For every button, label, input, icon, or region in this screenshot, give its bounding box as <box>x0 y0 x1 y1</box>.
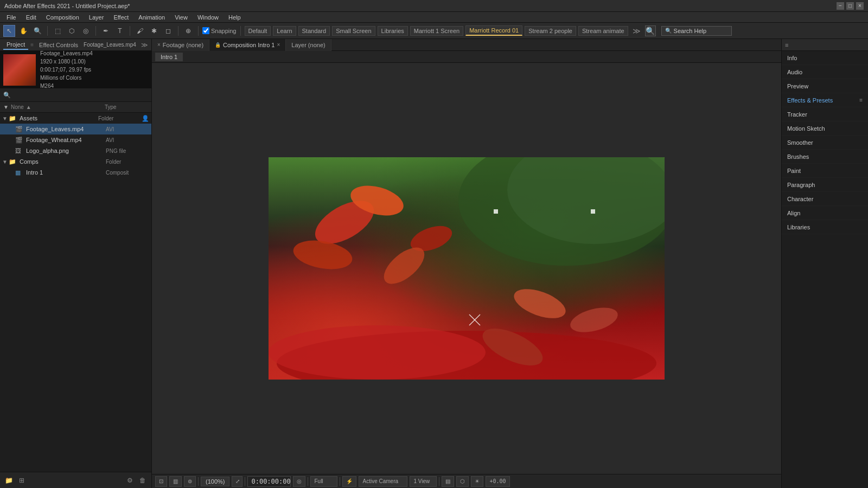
workspace-stream-animate[interactable]: Stream animate <box>578 26 628 36</box>
minimize-button[interactable]: − <box>837 2 844 10</box>
tree-item-intro1[interactable]: ▦ Intro 1 Composit <box>0 167 151 178</box>
zoom-display[interactable]: (100%) <box>201 477 229 486</box>
project-search-icon: 🔍 <box>3 92 11 99</box>
panel-item-audio[interactable]: Audio <box>782 65 868 79</box>
tab-composition-close[interactable]: × <box>277 42 280 48</box>
exposure-display[interactable]: +0.00 <box>486 476 509 487</box>
tab-footage-close[interactable]: × <box>157 42 161 48</box>
search-help-box: 🔍 <box>661 26 732 36</box>
workspace-libraries[interactable]: Libraries <box>378 26 408 36</box>
ellipse-tool[interactable]: ◎ <box>80 25 92 37</box>
tab-footage-none[interactable]: × Footage (none) <box>152 39 209 51</box>
snapping-checkbox[interactable] <box>202 27 209 34</box>
workspace-stream2[interactable]: Stream 2 people <box>525 26 576 36</box>
zoom-tool[interactable]: 🔍 <box>31 25 43 37</box>
puppet-tool[interactable]: ⊕ <box>182 25 194 37</box>
tab-composition-lock: 🔒 <box>215 42 221 48</box>
comp-subtab-row: Intro 1 <box>152 51 781 63</box>
panel-item-preview[interactable]: Preview <box>782 79 868 93</box>
region-of-interest-btn[interactable]: ⊡ <box>155 476 167 487</box>
panel-item-tracker[interactable]: Tracker <box>782 107 868 121</box>
tree-item-assets[interactable]: ▼ 📁 Assets Folder 👤 <box>0 113 151 124</box>
draft-btn[interactable]: ⬡ <box>456 476 469 487</box>
tab-project[interactable]: Project <box>3 40 28 50</box>
panel-item-align[interactable]: Align <box>782 206 868 220</box>
workspace-marriott1[interactable]: Marriott 1 Screen <box>410 26 463 36</box>
col-name-filter[interactable]: ▲ <box>26 104 31 110</box>
panel-item-character[interactable]: Character <box>782 192 868 206</box>
panel-item-libraries[interactable]: Libraries <box>782 220 868 234</box>
view-select[interactable]: 1 View <box>410 476 437 487</box>
workspace-small-screen[interactable]: Small Screen <box>332 26 375 36</box>
menu-item-view[interactable]: View <box>170 13 192 22</box>
timecode-display[interactable]: 0:00:00:00 <box>247 476 291 487</box>
text-tool[interactable]: T <box>114 25 126 37</box>
menu-item-window[interactable]: Window <box>193 13 223 22</box>
tree-item-logo-alpha[interactable]: 🖼 Logo_alpha.png PNG file <box>0 145 151 156</box>
sort-name-icon[interactable]: ▼ <box>3 104 9 110</box>
selection-tool[interactable]: ↖ <box>3 25 15 37</box>
clone-tool[interactable]: ✱ <box>148 25 160 37</box>
panel-menu-icon[interactable]: ≡ <box>30 42 34 48</box>
search-help-icon[interactable]: 🔍 <box>645 25 656 36</box>
workspace-learn[interactable]: Learn <box>273 26 296 36</box>
panel-collapse-icon[interactable]: ≫ <box>141 41 148 49</box>
rect-tool[interactable]: ⬚ <box>52 25 63 37</box>
new-comp-button[interactable]: ⊞ <box>16 475 27 486</box>
project-panel-bottom: 📁 ⊞ ⚙ 🗑 <box>0 472 151 488</box>
panel-item-paragraph[interactable]: Paragraph <box>782 178 868 192</box>
menu-item-effect[interactable]: Effect <box>109 13 133 22</box>
fast-preview-btn[interactable]: ⚡ <box>342 476 356 487</box>
preview-time-btn[interactable]: ⊚ <box>184 476 196 487</box>
menu-item-layer[interactable]: Layer <box>85 13 108 22</box>
tree-item-comps[interactable]: ▼ 📁 Comps Folder <box>0 156 151 167</box>
workspace-default[interactable]: Default <box>245 26 271 36</box>
right-panel-menu[interactable]: ≡ <box>785 42 788 48</box>
panel-item-effects-presets[interactable]: Effects & Presets ≡ <box>782 93 868 107</box>
render-btn[interactable]: ▤ <box>442 476 454 487</box>
delete-button[interactable]: 🗑 <box>137 475 148 486</box>
menu-item-edit[interactable]: Edit <box>22 13 41 22</box>
exposure-btn[interactable]: ☀ <box>471 476 483 487</box>
new-item-icon[interactable]: 👤 <box>142 115 149 122</box>
panel-item-smoother[interactable]: Smoother <box>782 136 868 150</box>
panel-item-info[interactable]: Info <box>782 51 868 65</box>
menu-item-file[interactable]: File <box>2 13 21 22</box>
panel-item-brushes[interactable]: Brushes <box>782 150 868 164</box>
effects-presets-collapse[interactable]: ≡ <box>859 97 863 103</box>
project-settings-button[interactable]: ⚙ <box>124 475 135 486</box>
workspace-marriott-record[interactable]: Marriott Record 01 <box>465 25 522 36</box>
tab-effect-controls[interactable]: Effect Controls <box>36 41 81 49</box>
search-help-input[interactable] <box>674 28 728 34</box>
tree-name-footage-leaves: Footage_Leaves.mp4 <box>26 126 106 132</box>
project-search-input[interactable] <box>13 92 148 99</box>
fit-btn[interactable]: ⤢ <box>232 476 242 487</box>
snap-frame-btn[interactable]: ◎ <box>293 476 305 487</box>
menu-item-animation[interactable]: Animation <box>134 13 169 22</box>
camera-select[interactable]: Active Camera <box>359 476 407 487</box>
pen-tool[interactable]: ✒ <box>100 25 112 37</box>
tab-layer-none[interactable]: Layer (none) <box>286 39 331 51</box>
menu-item-help[interactable]: Help <box>224 13 245 22</box>
panel-item-paint[interactable]: Paint <box>782 164 868 178</box>
hand-tool[interactable]: ✋ <box>17 25 29 37</box>
tree-item-footage-leaves[interactable]: 🎬 Footage_Leaves.mp4 AVI <box>0 124 151 134</box>
menu-item-composition[interactable]: Composition <box>42 13 84 22</box>
tree-item-footage-wheat[interactable]: 🎬 Footage_Wheat.mp4 AVI <box>0 134 151 145</box>
tab-composition[interactable]: 🔒 Composition Intro 1 × <box>209 39 286 51</box>
star-tool[interactable]: ⬡ <box>66 25 78 37</box>
footage-preview: Footage_Leaves.mp4 1920 x 1080 (1.00) 0:… <box>0 51 151 89</box>
eraser-tool[interactable]: ◻ <box>162 25 174 37</box>
workspace-standard[interactable]: Standard <box>298 26 330 36</box>
file-icon-logo: 🖼 <box>15 147 24 154</box>
comp-subtab-intro1[interactable]: Intro 1 <box>155 53 183 61</box>
quality-select[interactable]: Full <box>310 476 337 487</box>
brush-tool[interactable]: 🖌 <box>134 25 146 37</box>
tree-type-logo-alpha: PNG file <box>106 148 149 154</box>
restore-button[interactable]: □ <box>846 2 854 10</box>
close-button[interactable]: × <box>856 2 864 10</box>
transparency-btn[interactable]: ▥ <box>169 476 182 487</box>
more-workspaces-button[interactable]: ≫ <box>633 27 641 35</box>
new-folder-button[interactable]: 📁 <box>3 475 14 486</box>
panel-item-motion-sketch[interactable]: Motion Sketch <box>782 121 868 136</box>
